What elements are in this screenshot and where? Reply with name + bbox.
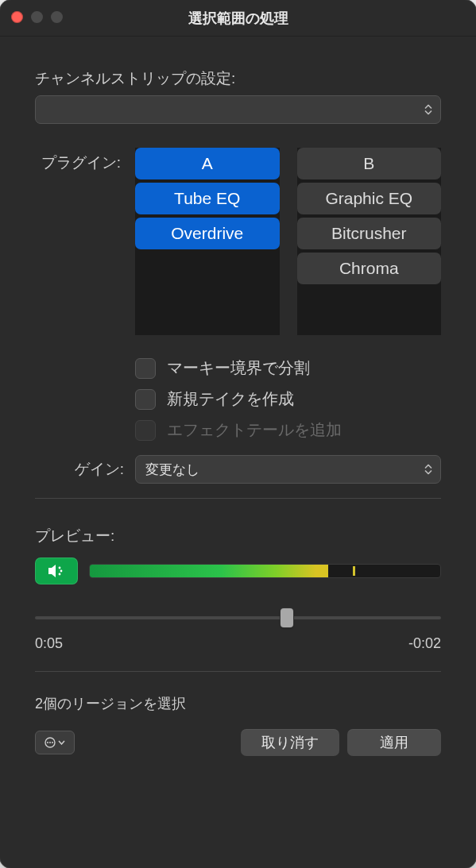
slider-thumb[interactable]: [281, 608, 293, 627]
effect-tail-label: エフェクトテールを追加: [167, 419, 342, 441]
effect-tail-row: エフェクトテールを追加: [135, 419, 441, 441]
split-marquee-label: マーキー境界で分割: [167, 357, 310, 379]
meter-peak: [353, 566, 355, 576]
slider-track: [35, 616, 441, 619]
selection-processing-window: 選択範囲の処理 チャンネルストリップの設定: プラグイン: A Tube EQ …: [0, 0, 476, 868]
speaker-icon: [47, 563, 66, 579]
window-controls: [11, 11, 63, 23]
preview-play-button[interactable]: [35, 557, 78, 584]
svg-point-2: [59, 573, 61, 576]
gain-label: ゲイン:: [35, 459, 124, 480]
plugin-b-1[interactable]: Bitcrusher: [297, 218, 442, 249]
svg-point-5: [49, 742, 51, 743]
split-marquee-checkbox[interactable]: [135, 358, 156, 379]
plugin-a-1[interactable]: Overdrive: [135, 218, 280, 249]
plugin-col-a-header[interactable]: A: [135, 148, 280, 179]
plugins-section: プラグイン: A Tube EQ Overdrive B Graphic EQ …: [35, 148, 441, 335]
channel-strip-label: チャンネルストリップの設定:: [35, 68, 441, 89]
channel-strip-section: チャンネルストリップの設定:: [35, 68, 441, 124]
preview-level-meter: [89, 564, 441, 578]
gain-popup[interactable]: 変更なし: [135, 455, 441, 484]
footer: 取り消す 適用: [35, 729, 441, 756]
updown-arrows-icon: [424, 105, 432, 115]
meter-fill: [90, 565, 328, 577]
undo-button[interactable]: 取り消す: [241, 729, 339, 756]
plugin-a-0[interactable]: Tube EQ: [135, 183, 280, 214]
effect-tail-checkbox: [135, 420, 156, 441]
new-take-row: 新規テイクを作成: [135, 388, 441, 410]
plugin-b-0[interactable]: Graphic EQ: [297, 183, 442, 214]
gain-value: 変更なし: [145, 461, 199, 479]
svg-point-1: [60, 570, 63, 573]
minimize-window-button[interactable]: [31, 11, 43, 23]
close-window-button[interactable]: [11, 11, 23, 23]
split-marquee-row: マーキー境界で分割: [135, 357, 441, 379]
plugin-b-empty[interactable]: [297, 287, 442, 335]
apply-button[interactable]: 適用: [347, 729, 441, 756]
preview-label: プレビュー:: [35, 526, 441, 546]
gain-row: ゲイン: 変更なし: [35, 455, 441, 484]
plugin-b-2[interactable]: Chroma: [297, 253, 442, 284]
preview-time-elapsed: 0:05: [35, 635, 63, 652]
plugin-column-a: A Tube EQ Overdrive: [135, 148, 280, 335]
channel-strip-popup[interactable]: [35, 95, 441, 124]
svg-point-6: [52, 742, 53, 743]
window-title: 選択範囲の処理: [188, 9, 288, 28]
separator: [35, 671, 441, 672]
updown-arrows-icon: [424, 465, 432, 475]
separator: [35, 498, 441, 499]
preview-position-slider[interactable]: [35, 607, 441, 629]
plugin-column-b: B Graphic EQ Bitcrusher Chroma: [297, 148, 442, 335]
preview-section: プレビュー:: [35, 526, 441, 652]
plugin-col-b-header[interactable]: B: [297, 148, 442, 179]
svg-point-4: [47, 742, 48, 743]
ellipsis-circle-icon: [45, 737, 56, 748]
preview-time-remaining: -0:02: [408, 635, 441, 652]
action-menu-button[interactable]: [35, 731, 75, 754]
plugins-label: プラグイン:: [35, 148, 121, 173]
new-take-label: 新規テイクを作成: [167, 388, 294, 410]
new-take-checkbox[interactable]: [135, 389, 156, 410]
content: チャンネルストリップの設定: プラグイン: A Tube EQ Overdriv…: [0, 37, 476, 772]
status-text: 2個のリージョンを選択: [35, 694, 441, 713]
zoom-window-button[interactable]: [51, 11, 63, 23]
plugin-a-empty[interactable]: [135, 253, 280, 335]
titlebar: 選択範囲の処理: [0, 0, 476, 37]
svg-point-0: [59, 567, 61, 569]
chevron-down-icon: [58, 740, 65, 745]
